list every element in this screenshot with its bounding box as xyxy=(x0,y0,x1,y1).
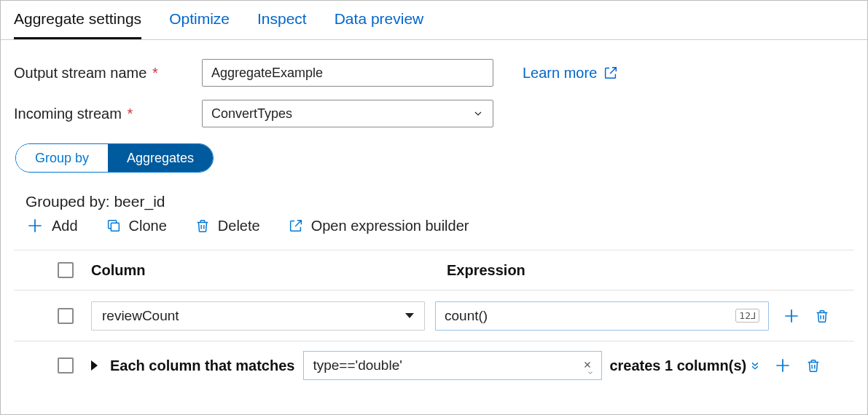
column-name-value: reviewCount xyxy=(102,308,179,324)
incoming-stream-label-text: Incoming stream xyxy=(14,106,122,122)
output-stream-label: Output stream name * xyxy=(14,65,202,82)
settings-tabs: Aggregate settings Optimize Inspect Data… xyxy=(1,1,867,40)
toggle-aggregates[interactable]: Aggregates xyxy=(108,144,213,172)
column-pattern-row: Each column that matches type=='double' … xyxy=(14,341,854,390)
expression-header: Expression xyxy=(447,262,525,279)
incoming-stream-label: Incoming stream * xyxy=(14,106,202,122)
add-button[interactable]: Add xyxy=(26,216,78,235)
clone-button-label: Clone xyxy=(129,218,167,234)
row-actions xyxy=(782,307,830,325)
aggregate-row: reviewCount count() 12⅃ xyxy=(14,290,854,341)
pattern-condition-value: type=='double' xyxy=(313,357,402,374)
clone-button[interactable]: Clone xyxy=(106,218,167,234)
row-checkbox[interactable] xyxy=(58,357,74,374)
tab-inspect[interactable]: Inspect xyxy=(257,1,307,39)
open-expression-builder-button[interactable]: Open expression builder xyxy=(288,218,469,234)
row-actions xyxy=(773,356,821,375)
output-stream-input[interactable] xyxy=(202,59,493,87)
learn-more-link[interactable]: Learn more xyxy=(523,65,619,82)
delete-button[interactable]: Delete xyxy=(195,218,260,234)
svg-rect-0 xyxy=(111,223,119,231)
pattern-condition-input[interactable]: type=='double' xyxy=(303,351,602,380)
external-link-icon xyxy=(288,218,304,234)
delete-row-button[interactable] xyxy=(805,357,821,374)
form-area: Output stream name * Learn more Incoming… xyxy=(1,40,867,403)
expand-chevrons-icon[interactable]: » xyxy=(748,361,765,369)
copy-icon xyxy=(106,218,122,234)
expression-value: count() xyxy=(445,308,488,324)
tab-optimize[interactable]: Optimize xyxy=(169,1,230,39)
tab-data-preview[interactable]: Data preview xyxy=(335,1,424,39)
required-asterisk: * xyxy=(152,65,158,81)
data-type-badge: 12⅃ xyxy=(735,309,759,323)
toggle-group-by[interactable]: Group by xyxy=(16,144,108,172)
learn-more-text: Learn more xyxy=(523,65,597,82)
delete-row-button[interactable] xyxy=(814,308,830,324)
delete-button-label: Delete xyxy=(218,218,260,234)
expression-input[interactable]: count() 12⅃ xyxy=(435,301,769,331)
grouped-by-text: Grouped by: beer_id xyxy=(26,193,854,210)
column-header-row: Column Expression xyxy=(14,250,854,290)
chevron-down-icon xyxy=(472,108,484,119)
incoming-stream-row: Incoming stream * ConvertTypes xyxy=(14,100,854,127)
pattern-prefix-text: Each column that matches xyxy=(110,357,294,374)
pattern-suffix-text: creates 1 column(s) xyxy=(609,357,746,374)
column-header: Column xyxy=(91,262,447,279)
output-stream-label-text: Output stream name xyxy=(14,65,146,81)
add-button-label: Add xyxy=(52,218,78,234)
grouped-by-label: Grouped by: xyxy=(26,193,110,210)
row-checkbox[interactable] xyxy=(58,308,74,324)
required-asterisk: * xyxy=(127,106,133,122)
triangle-right-icon xyxy=(91,360,98,371)
column-name-select[interactable]: reviewCount xyxy=(91,301,425,331)
add-row-button[interactable] xyxy=(782,307,801,325)
open-expression-builder-label: Open expression builder xyxy=(311,218,469,234)
incoming-stream-select[interactable]: ConvertTypes xyxy=(202,100,493,127)
caret-down-icon xyxy=(405,313,414,318)
tab-aggregate-settings[interactable]: Aggregate settings xyxy=(14,1,141,39)
trash-icon xyxy=(195,218,211,234)
expand-toggle[interactable] xyxy=(87,360,101,371)
aggregate-toolbar: Add Clone Delete Open expression builder xyxy=(26,216,854,235)
external-link-icon xyxy=(603,65,619,81)
add-row-button[interactable] xyxy=(773,356,792,375)
incoming-stream-value: ConvertTypes xyxy=(211,106,292,122)
aggregate-settings-panel: Aggregate settings Optimize Inspect Data… xyxy=(0,0,868,415)
grouped-by-value: beer_id xyxy=(114,193,165,210)
plus-icon xyxy=(26,216,44,235)
group-aggregate-toggle: Group by Aggregates xyxy=(15,143,214,173)
select-all-checkbox[interactable] xyxy=(58,262,74,278)
output-stream-row: Output stream name * Learn more xyxy=(14,59,854,87)
clear-sort-icon[interactable] xyxy=(582,357,593,374)
